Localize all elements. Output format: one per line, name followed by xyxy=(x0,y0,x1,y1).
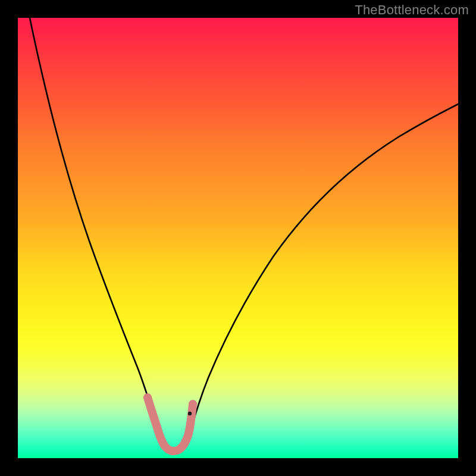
chart-frame: TheBottleneck.com xyxy=(0,0,476,476)
plot-area xyxy=(18,18,458,458)
watermark-text: TheBottleneck.com xyxy=(355,2,469,18)
heatmap-gradient xyxy=(18,18,458,458)
